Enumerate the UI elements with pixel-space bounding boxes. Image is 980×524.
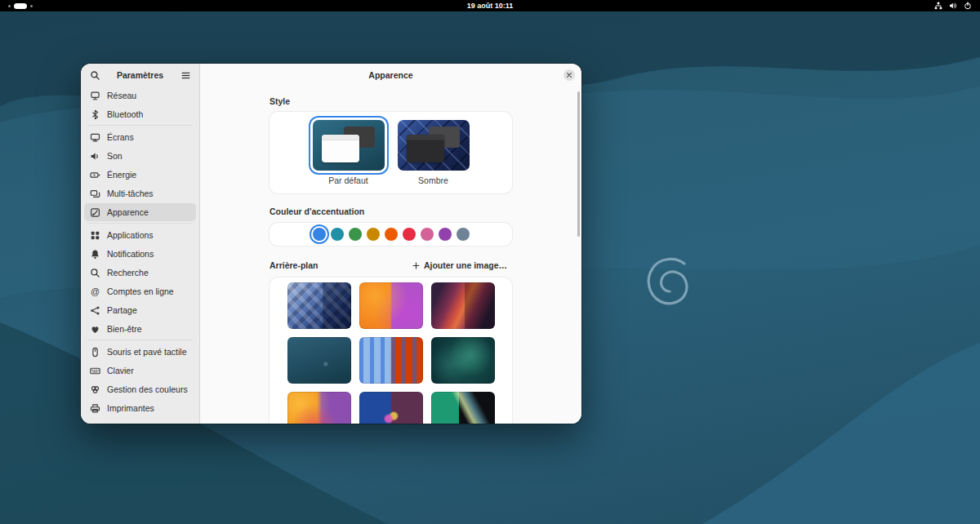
accent-section-label: Couleur d'accentuation: [270, 206, 512, 217]
search-button[interactable]: [87, 68, 102, 82]
clock[interactable]: 19 août 10:11: [467, 0, 514, 11]
background-section-label: Arrière-plan: [270, 260, 318, 271]
workspace-dot: [8, 5, 11, 7]
sidebar-item-applications[interactable]: Applications: [84, 226, 196, 244]
wallpaper-card: [270, 278, 512, 424]
appearance-icon: [90, 207, 100, 218]
sidebar-separator: [87, 340, 193, 340]
style-option-dark[interactable]: Sombre: [398, 120, 470, 185]
wallpaper-thumbnail[interactable]: [287, 282, 351, 329]
sidebar-item-bien-etre[interactable]: Bien-être: [84, 320, 196, 338]
accent-swatch-teal[interactable]: [331, 228, 344, 241]
window-title: Paramètres: [102, 70, 178, 80]
wallpaper-thumbnail[interactable]: [431, 392, 495, 424]
add-image-button[interactable]: Ajouter une image…: [408, 258, 512, 273]
wellbeing-heart-icon: [90, 324, 100, 335]
content-pane: Apparence Style Par défaut: [200, 64, 581, 424]
sidebar-item-energie[interactable]: Énergie: [84, 166, 196, 184]
sidebar-item-clavier[interactable]: Clavier: [84, 362, 196, 380]
accent-swatch-yellow[interactable]: [367, 228, 380, 241]
workspace-dot: [30, 5, 33, 7]
sidebar-item-gestion-couleurs[interactable]: Gestion des couleurs: [84, 380, 196, 398]
close-button[interactable]: [564, 69, 575, 81]
accent-swatch-red[interactable]: [403, 228, 416, 241]
accent-swatch-green[interactable]: [349, 228, 362, 241]
sidebar-item-reseau[interactable]: Réseau: [84, 87, 196, 104]
system-status-area[interactable]: [934, 0, 980, 11]
accent-swatch-purple[interactable]: [439, 228, 452, 241]
plus-icon: [412, 262, 420, 269]
accent-swatch-orange[interactable]: [385, 228, 398, 241]
preview-front-window: [407, 135, 444, 162]
sidebar-item-son[interactable]: Son: [84, 147, 196, 165]
accent-color-card: [270, 223, 512, 246]
page-title: Apparence: [368, 70, 412, 80]
accent-swatch-blue[interactable]: [313, 228, 326, 241]
speaker-icon: [90, 151, 100, 162]
style-option-default[interactable]: Par défaut: [313, 120, 385, 185]
search-icon: [90, 70, 100, 81]
wallpaper-grid: [270, 282, 512, 424]
scrollbar[interactable]: [577, 91, 580, 237]
svg-text:@: @: [91, 286, 100, 296]
style-preview-dark: [398, 120, 470, 171]
close-icon: [566, 72, 572, 78]
sidebar-item-recherche[interactable]: Recherche: [84, 264, 196, 282]
style-option-label: Sombre: [418, 175, 448, 185]
battery-icon: [90, 170, 100, 180]
workspace-indicator[interactable]: [8, 3, 33, 9]
sidebar: Paramètres Réseau Bluetooth Écrans Son: [81, 64, 200, 424]
keyboard-icon: [90, 366, 100, 376]
background-section-header: Arrière-plan Ajouter une image…: [270, 258, 512, 273]
multitasking-icon: [90, 189, 100, 199]
content-headerbar: Apparence: [200, 64, 581, 87]
top-bar: 19 août 10:11: [0, 0, 980, 11]
content-scroll-area[interactable]: Style Par défaut Sombre Cou: [200, 87, 581, 424]
wallpaper-thumbnail[interactable]: [431, 337, 495, 384]
sidebar-item-comptes-en-ligne[interactable]: @ Comptes en ligne: [84, 282, 196, 300]
style-section-label: Style: [270, 95, 512, 107]
style-card: Par défaut Sombre: [270, 112, 512, 193]
style-preview-default: [313, 120, 385, 171]
sidebar-item-ecrans[interactable]: Écrans: [84, 128, 196, 146]
color-profile-icon: [90, 384, 100, 395]
sidebar-item-imprimantes[interactable]: Imprimantes: [84, 399, 196, 417]
wallpaper-thumbnail[interactable]: [431, 282, 495, 329]
sidebar-separator: [87, 125, 193, 126]
share-icon: [90, 305, 100, 316]
preview-window-header: [407, 135, 444, 140]
wired-network-icon: [934, 2, 942, 10]
volume-icon: [949, 2, 957, 10]
bluetooth-icon: [90, 109, 100, 120]
sidebar-headerbar: Paramètres: [81, 64, 199, 87]
workspace-active-pill: [14, 3, 27, 9]
sidebar-item-apparence[interactable]: Apparence: [84, 203, 196, 221]
wallpaper-thumbnail[interactable]: [287, 337, 351, 384]
preview-front-window: [322, 135, 359, 162]
wallpaper-thumbnail[interactable]: [359, 392, 423, 424]
menu-button[interactable]: [178, 68, 193, 82]
accent-swatch-pink[interactable]: [421, 228, 434, 241]
sidebar-list: Réseau Bluetooth Écrans Son Énergie Mu: [81, 87, 199, 424]
add-image-label: Ajouter une image…: [424, 260, 507, 270]
accent-swatch-slate[interactable]: [457, 228, 470, 241]
sidebar-item-multitaches[interactable]: Multi-tâches: [84, 184, 196, 202]
sidebar-item-notifications[interactable]: Notifications: [84, 245, 196, 263]
sidebar-separator: [87, 223, 193, 224]
power-icon: [964, 2, 972, 10]
sidebar-item-souris[interactable]: Souris et pavé tactile: [84, 343, 196, 361]
hamburger-menu-icon: [180, 70, 191, 81]
preview-window-header: [322, 135, 359, 140]
sidebar-item-bluetooth[interactable]: Bluetooth: [84, 105, 196, 123]
bell-icon: [90, 249, 100, 260]
wallpaper-thumbnail[interactable]: [359, 282, 423, 329]
settings-window: Paramètres Réseau Bluetooth Écrans Son: [81, 64, 581, 424]
at-sign-icon: @: [90, 286, 100, 297]
sidebar-item-partage[interactable]: Partage: [84, 301, 196, 319]
magnifier-icon: [90, 268, 100, 278]
style-option-label: Par défaut: [328, 175, 368, 185]
wallpaper-thumbnail[interactable]: [359, 337, 423, 384]
display-icon: [90, 132, 100, 143]
network-icon: [90, 91, 100, 101]
wallpaper-thumbnail[interactable]: [287, 392, 351, 424]
